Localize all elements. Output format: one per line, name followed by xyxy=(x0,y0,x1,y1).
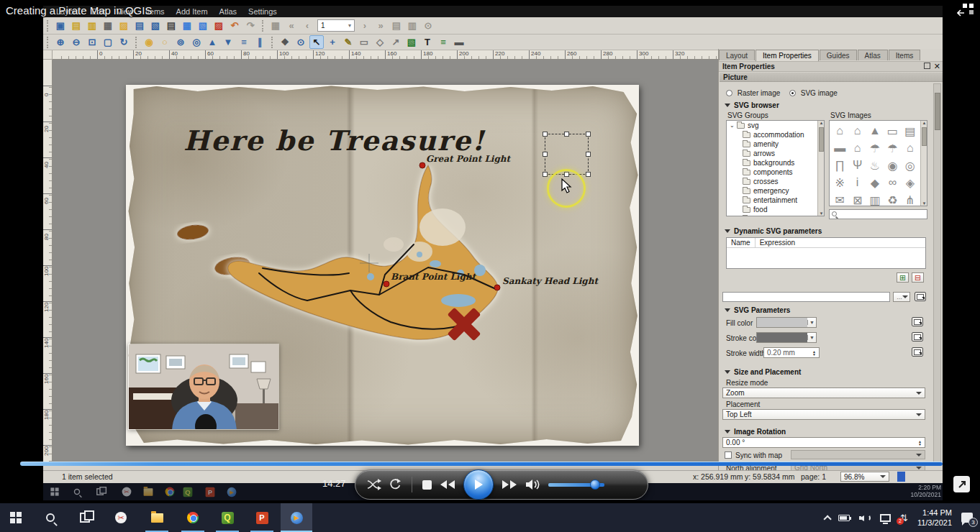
tree-item-folder[interactable]: amenity xyxy=(727,139,824,149)
add-parameter-button[interactable]: ⊞ xyxy=(897,272,909,283)
tray-chevron-icon[interactable] xyxy=(823,515,831,523)
stop-button[interactable] xyxy=(422,480,432,490)
volume-icon[interactable] xyxy=(859,513,871,523)
ungroup-items-icon[interactable]: ◎ xyxy=(189,35,204,49)
panel-tab[interactable]: Guides xyxy=(820,50,857,60)
taskbar-clock[interactable]: 1:44 PM 11/3/2021 xyxy=(917,508,952,528)
powerpoint-button[interactable]: P xyxy=(246,503,278,532)
play-button[interactable] xyxy=(463,469,494,500)
back-to-library-icon[interactable] xyxy=(957,4,976,17)
scroll-down-icon[interactable]: ▼ xyxy=(921,201,927,206)
tree-item-folder[interactable]: food xyxy=(727,205,824,214)
refresh-icon[interactable]: ↻ xyxy=(117,35,131,49)
selection-handle[interactable] xyxy=(564,132,569,137)
column-header-expression[interactable]: Expression xyxy=(756,238,799,247)
image-source-input[interactable] xyxy=(722,292,890,302)
toolbar-grip[interactable] xyxy=(262,20,266,32)
recycling-icon[interactable]: ♻ xyxy=(884,191,901,206)
bench-icon[interactable]: ∏ xyxy=(831,157,848,174)
pan-icon[interactable]: ❖ xyxy=(278,35,292,49)
add-shape-icon[interactable]: ◇ xyxy=(373,35,387,49)
svg-browser-header[interactable]: SVG browser xyxy=(725,101,779,109)
shelter-icon[interactable]: ⌂ xyxy=(831,122,848,139)
fullscreen-button[interactable] xyxy=(953,476,970,492)
column-header-name[interactable]: Name xyxy=(727,238,756,247)
selection-handle[interactable] xyxy=(543,152,548,157)
menu-item[interactable]: Add Item xyxy=(171,6,214,17)
svg-image-radio[interactable]: SVG image xyxy=(789,89,838,97)
tree-item-folder[interactable]: emergency xyxy=(727,186,824,196)
export-svg-icon[interactable]: ▧ xyxy=(196,19,210,32)
zoom-full-icon[interactable]: ▢ xyxy=(101,35,115,49)
rain-hut-icon[interactable]: ☂ xyxy=(884,139,901,157)
panel-tab[interactable]: Atlas xyxy=(858,50,888,60)
hotel-icon[interactable]: ▤ xyxy=(902,122,919,139)
duplicate-layout-icon[interactable]: ▥ xyxy=(85,19,99,32)
lock-items-icon[interactable]: ◉ xyxy=(142,35,156,49)
redo-icon[interactable]: ↷ xyxy=(243,19,258,32)
atlas-page-combo[interactable]: 1 ▾ xyxy=(317,19,355,32)
rewind-button[interactable] xyxy=(439,480,456,490)
add-arrow-icon[interactable]: ↗ xyxy=(389,35,403,49)
raster-image-radio[interactable]: Raster image xyxy=(726,89,780,97)
add-page-icon[interactable]: ▭ xyxy=(357,35,371,49)
atlas-first-icon[interactable]: « xyxy=(284,19,299,32)
lower-items-icon[interactable]: ▼ xyxy=(221,35,235,49)
unlock-items-icon[interactable]: ○ xyxy=(158,35,172,49)
dynamic-svg-parameters-header[interactable]: Dynamic SVG parameters xyxy=(725,227,822,235)
layout-manager-icon[interactable]: ▦ xyxy=(101,19,115,32)
size-placement-header[interactable]: Size and Placement xyxy=(725,368,801,376)
tree-item-folder[interactable]: arrows xyxy=(727,149,824,158)
gate-icon[interactable]: ▥ xyxy=(866,191,884,206)
tree-item-folder[interactable]: crosses xyxy=(727,177,824,186)
save-icon[interactable]: ▣ xyxy=(53,19,68,32)
scrollbar-thumb[interactable] xyxy=(819,127,824,152)
undo-icon[interactable]: ↶ xyxy=(227,19,242,32)
panel-tab[interactable]: Items xyxy=(889,50,920,60)
sync-with-map-checkbox[interactable] xyxy=(725,451,732,459)
menu-item[interactable]: Settings xyxy=(242,6,283,17)
scroll-up-icon[interactable]: ▲ xyxy=(818,121,825,125)
file-explorer-button[interactable] xyxy=(141,503,173,532)
selection-handle[interactable] xyxy=(586,172,591,177)
chevron-down-icon[interactable]: ⌄ xyxy=(730,122,737,129)
repeat-button[interactable] xyxy=(389,479,401,490)
boulder-icon[interactable]: ◆ xyxy=(866,174,884,191)
image-rotation-header[interactable]: Image Rotation xyxy=(725,428,786,436)
atlas-next-icon[interactable]: › xyxy=(358,19,372,32)
scrollbar-thumb[interactable] xyxy=(922,127,927,146)
add-map-icon[interactable]: ▧ xyxy=(404,35,419,49)
save-as-template-icon[interactable]: ▤ xyxy=(132,19,147,32)
spinner-arrows-icon[interactable]: ▲▼ xyxy=(918,440,922,446)
information-icon[interactable]: i xyxy=(848,174,866,191)
panel-scrollbar[interactable] xyxy=(933,83,941,464)
tree-item-folder[interactable]: gpsicons xyxy=(727,214,824,216)
seek-bar[interactable] xyxy=(20,462,943,466)
new-layout-icon[interactable]: ▤ xyxy=(69,19,83,32)
print-icon[interactable]: ▤ xyxy=(164,19,178,32)
float-panel-icon[interactable] xyxy=(924,63,930,69)
parameters-table[interactable]: Name Expression xyxy=(726,237,926,269)
fill-override-icon[interactable] xyxy=(912,317,923,326)
snipping-tool-button[interactable]: ✂ xyxy=(105,503,137,532)
volume-icon[interactable] xyxy=(525,479,541,490)
spinner-arrows-icon[interactable]: ▲▼ xyxy=(812,350,816,356)
fill-color-swatch[interactable]: ▼ xyxy=(756,317,817,328)
fast-forward-button[interactable] xyxy=(501,480,518,490)
remove-parameter-button[interactable]: ⊟ xyxy=(912,272,924,283)
tree-item-svg-root[interactable]: ⌄ svg xyxy=(727,121,824,130)
load-template-icon[interactable]: ▧ xyxy=(148,19,163,32)
volume-slider[interactable] xyxy=(548,483,604,487)
edit-nodes-icon[interactable]: ✎ xyxy=(341,35,355,49)
rotation-spinbox[interactable]: 0.00 ° ▲▼ xyxy=(722,437,925,448)
selection-handle[interactable] xyxy=(586,132,591,137)
stroke-override-icon[interactable] xyxy=(912,332,923,341)
envelope-circle-icon[interactable]: ⊠ xyxy=(848,191,866,206)
align-items-icon[interactable]: ≡ xyxy=(237,35,251,49)
browse-button[interactable]: … xyxy=(893,292,910,302)
search-button[interactable] xyxy=(35,503,66,532)
envelope-icon[interactable]: ✉ xyxy=(831,191,848,206)
atlas-prev-icon[interactable]: ‹ xyxy=(300,19,314,32)
svg-groups-tree[interactable]: ⌄ svg accommodation amenity xyxy=(726,120,825,216)
flame-emblem-icon[interactable]: ◎ xyxy=(902,157,919,174)
